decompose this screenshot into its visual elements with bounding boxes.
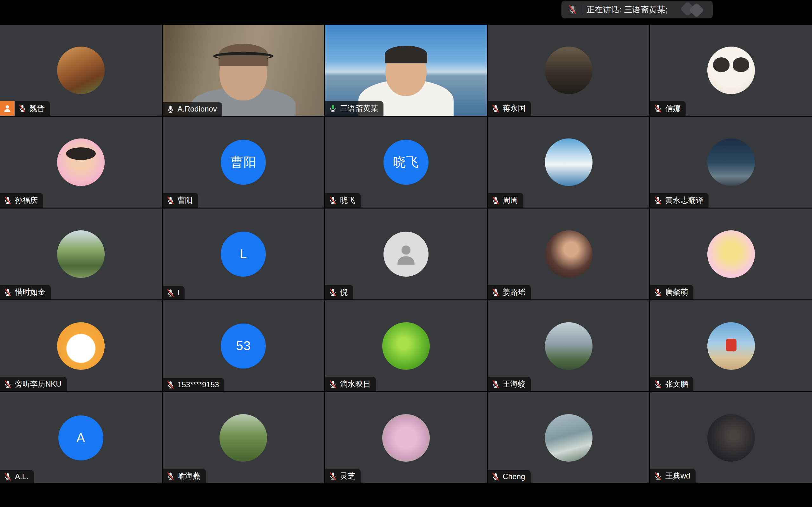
participant-name: A.L.	[15, 472, 29, 481]
mic-muted-icon	[328, 380, 337, 389]
avatar: 53	[163, 300, 324, 391]
participant-tile-12[interactable]: L l	[163, 209, 324, 299]
avatar-initials: A	[58, 415, 103, 460]
mic-muted-icon	[654, 472, 662, 481]
avatar-photo-leaf-drops	[382, 322, 430, 370]
participant-name: 153****9153	[177, 380, 219, 389]
participant-name: 信娜	[665, 103, 680, 113]
participant-name-label: 黄永志翻译	[650, 193, 709, 208]
mic-muted-icon	[654, 380, 662, 389]
meeting-logo-icon	[680, 2, 707, 17]
avatar-photo-man-indoor	[545, 47, 593, 94]
avatar-initials: 曹阳	[221, 140, 266, 185]
participant-name-label: 孙福庆	[0, 193, 43, 208]
mic-muted-icon	[654, 288, 662, 297]
mic-muted-icon	[328, 196, 337, 205]
mic-muted-icon	[3, 380, 12, 389]
avatar-photo-sailor-moon	[707, 230, 755, 278]
mic-muted-icon	[654, 196, 662, 205]
participant-tile-10[interactable]: 黄永志翻译	[650, 117, 812, 208]
participant-name: 喻海燕	[177, 471, 200, 481]
participant-name-label: 唐粲萌	[650, 285, 693, 299]
participant-tile-4[interactable]: 蒋永国	[488, 25, 650, 116]
participant-tile-22[interactable]: 喻海燕	[163, 392, 324, 483]
participant-name: A.Rodionov	[177, 105, 217, 113]
participant-tile-17[interactable]: 53 153****9153	[163, 300, 324, 391]
participant-tile-5[interactable]: 信娜	[650, 25, 812, 116]
mic-muted-icon	[166, 472, 175, 481]
mic-muted-icon	[166, 289, 175, 297]
participant-name: 黄永志翻译	[665, 195, 703, 205]
participant-tile-9[interactable]: 周周	[488, 117, 650, 208]
participant-tile-8[interactable]: 晓飞 晓飞	[325, 117, 487, 208]
participant-name: 滴水映日	[340, 379, 370, 389]
mic-speaking-icon	[328, 104, 337, 113]
participant-tile-2[interactable]: A.Rodionov	[163, 25, 324, 116]
mic-muted-icon	[328, 288, 337, 297]
avatar: L	[163, 209, 324, 299]
participant-name-label: 旁听李历NKU	[0, 377, 67, 391]
avatar-photo-garden-trees	[219, 414, 267, 462]
participant-name: 周周	[503, 195, 518, 205]
participant-grid: 魏晋 A.Rodionov 三语斋黄某 蒋永国	[0, 25, 812, 483]
participant-name-label: 灵芝	[325, 469, 361, 483]
participant-name-label: 张文鹏	[650, 377, 693, 391]
participant-name-label: 魏晋	[14, 101, 50, 116]
participant-tile-6[interactable]: 孙福庆	[0, 117, 162, 208]
participant-name-label: 喻海燕	[163, 469, 206, 483]
mic-muted-icon	[3, 288, 12, 297]
participant-name: l	[177, 288, 179, 297]
avatar-photo-santorini-sea	[545, 138, 593, 186]
mic-muted-icon	[491, 472, 500, 481]
participant-tile-3[interactable]: 三语斋黄某	[325, 25, 487, 116]
participant-tile-16[interactable]: 旁听李历NKU	[0, 300, 162, 391]
participant-name-label: 王海蛟	[488, 377, 531, 391]
avatar-photo-green-tree	[57, 230, 105, 278]
mic-muted-icon	[166, 196, 175, 205]
participant-tile-1[interactable]: 魏晋	[0, 25, 162, 116]
mic-muted-icon	[18, 104, 27, 113]
mic-muted-icon	[328, 472, 337, 481]
avatar-default-person-icon	[384, 232, 428, 277]
speaking-indicator[interactable]: 正在讲话: 三语斋黄某;	[561, 1, 713, 18]
participant-tile-21[interactable]: A A.L.	[0, 392, 162, 483]
avatar-photo-pink-flowers	[382, 414, 430, 462]
participant-name: 惜时如金	[15, 287, 45, 297]
participant-tile-20[interactable]: 张文鹏	[650, 300, 812, 391]
mic-muted-icon	[491, 196, 500, 205]
participant-tile-23[interactable]: 灵芝	[325, 392, 487, 483]
participant-name-label: 三语斋黄某	[325, 101, 384, 116]
avatar-initials: 53	[221, 324, 266, 369]
participant-tile-11[interactable]: 惜时如金	[0, 209, 162, 299]
participant-name-label: 倪	[325, 285, 353, 299]
participant-name: 张文鹏	[665, 379, 688, 389]
video-feed	[163, 25, 324, 116]
participant-tile-24[interactable]: Cheng	[488, 392, 650, 483]
participant-tile-15[interactable]: 唐粲萌	[650, 209, 812, 299]
participant-tile-13[interactable]: 倪	[325, 209, 487, 299]
avatar-photo-girl-glasses	[57, 138, 105, 186]
mic-muted-icon	[491, 288, 500, 297]
participant-tile-14[interactable]: 姜路瑶	[488, 209, 650, 299]
participant-tile-7[interactable]: 曹阳 曹阳	[163, 117, 324, 208]
participant-name-label: 王典wd	[650, 469, 696, 483]
avatar	[488, 392, 650, 483]
participant-name-label: 153****9153	[163, 378, 224, 391]
participant-name: 唐粲萌	[665, 287, 688, 297]
participant-name: 灵芝	[340, 471, 355, 481]
participant-name-label: 姜路瑶	[488, 285, 531, 299]
avatar	[163, 25, 324, 116]
avatar: A	[0, 392, 162, 483]
participant-tile-25[interactable]: 王典wd	[650, 392, 812, 483]
participant-tile-18[interactable]: 滴水映日	[325, 300, 487, 391]
avatar-photo-canyon-river	[57, 47, 105, 94]
mic-muted-icon	[3, 472, 12, 481]
mic-muted-icon	[491, 104, 500, 113]
participant-name: 倪	[340, 287, 348, 297]
mic-muted-icon	[654, 104, 662, 113]
participant-name-label: Cheng	[488, 470, 531, 483]
participant-name-label: A.L.	[0, 470, 34, 483]
participant-tile-19[interactable]: 王海蛟	[488, 300, 650, 391]
speaking-indicator-label: 正在讲话: 三语斋黄某;	[587, 4, 668, 15]
participant-name-label: 滴水映日	[325, 377, 376, 391]
